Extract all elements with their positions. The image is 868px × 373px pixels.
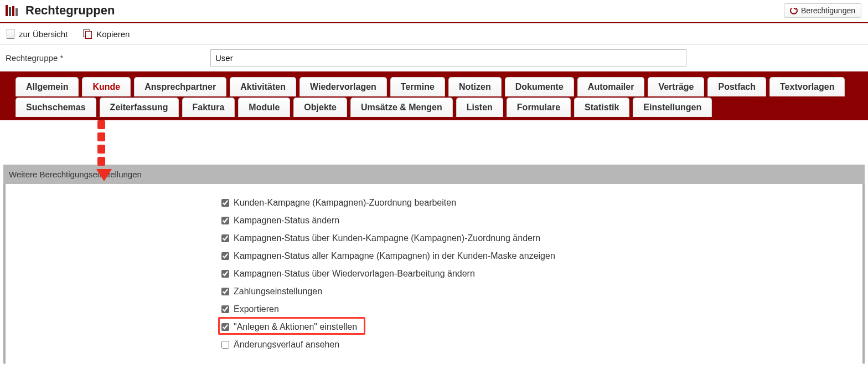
permission-label: Kampagnen-Status aller Kampagne (Kampagn…: [234, 251, 555, 261]
header-left: Rechtegruppen: [6, 3, 115, 18]
permission-item: Exportieren: [221, 300, 857, 318]
to-overview-label: zur Übersicht: [19, 29, 68, 39]
action-toolbar: zur Übersicht Kopieren: [0, 23, 868, 45]
copy-label: Kopieren: [96, 29, 130, 39]
group-label: Rechtegruppe *: [6, 53, 210, 63]
tab-ums-tze-mengen[interactable]: Umsätze & Mengen: [350, 98, 453, 117]
permission-checkbox[interactable]: [221, 217, 229, 224]
permission-item: "Anlegen & Aktionen" einstellen: [221, 318, 857, 336]
permission-checkbox[interactable]: [221, 252, 229, 260]
tab-objekte[interactable]: Objekte: [293, 98, 347, 117]
permission-checkbox[interactable]: [221, 199, 229, 207]
permission-checkbox[interactable]: [221, 234, 229, 242]
permission-label: Änderungsverlauf ansehen: [234, 340, 339, 350]
tab-formulare[interactable]: Formulare: [507, 98, 571, 117]
tab-listen[interactable]: Listen: [456, 98, 503, 117]
group-form-row: Rechtegruppe *: [0, 45, 868, 71]
permission-checkbox[interactable]: [221, 341, 229, 349]
permission-item: Kunden-Kampagne (Kampagnen)-Zuordnung be…: [221, 194, 857, 212]
tab-allgemein[interactable]: Allgemein: [16, 77, 79, 96]
copy-link[interactable]: Kopieren: [83, 29, 130, 39]
permission-checkbox[interactable]: [221, 305, 229, 313]
permission-label: Kampagnen-Status über Wiedervorlagen-Bea…: [234, 269, 475, 279]
permission-item: Zahlungseinstellungen: [221, 283, 857, 300]
tab-notizen[interactable]: Notizen: [448, 77, 502, 96]
permission-label: Kunden-Kampagne (Kampagnen)-Zuordnung be…: [234, 198, 456, 208]
tab-textvorlagen[interactable]: Textvorlagen: [769, 77, 845, 96]
permissions-button[interactable]: Berechtigungen: [784, 3, 861, 18]
page-title: Rechtegruppen: [25, 3, 115, 18]
tab-termine[interactable]: Termine: [390, 77, 445, 96]
to-overview-link[interactable]: zur Übersicht: [7, 29, 68, 39]
permission-label: Kampagnen-Status ändern: [234, 216, 339, 226]
tab-wiedervorlagen[interactable]: Wiedervorlagen: [299, 77, 387, 96]
header-bar: Rechtegruppen Berechtigungen: [0, 0, 868, 23]
tab-row-1: AllgemeinKundeAnsprechpartnerAktivitäten…: [2, 74, 866, 96]
tab-vertr-ge[interactable]: Verträge: [648, 77, 704, 96]
permission-item: Änderungsverlauf ansehen: [221, 336, 857, 354]
permission-item: Kampagnen-Status ändern: [221, 212, 857, 229]
tab-ansprechpartner[interactable]: Ansprechpartner: [134, 77, 226, 96]
tabs-container: AllgemeinKundeAnsprechpartnerAktivitäten…: [0, 71, 868, 120]
permission-item: Kampagnen-Status über Wiedervorlagen-Bea…: [221, 265, 857, 283]
permission-item: Kampagnen-Status über Kunden-Kampagne (K…: [221, 229, 857, 247]
tab-module[interactable]: Module: [238, 98, 290, 117]
permission-label: Kampagnen-Status über Kunden-Kampagne (K…: [234, 233, 540, 243]
permission-label: "Anlegen & Aktionen" einstellen: [234, 322, 357, 332]
tab-statistik[interactable]: Statistik: [574, 98, 629, 117]
tab-row-2: SuchschemasZeiterfassungFakturaModuleObj…: [2, 96, 866, 120]
section-header: Weitere Berechtigungseinstellungen: [3, 165, 865, 184]
permissions-button-label: Berechtigungen: [801, 6, 855, 15]
tab-suchschemas[interactable]: Suchschemas: [16, 98, 96, 117]
gap-area: [0, 120, 868, 165]
tab-dokumente[interactable]: Dokumente: [505, 77, 574, 96]
tab-postfach[interactable]: Postfach: [707, 77, 766, 96]
tab-kunde[interactable]: Kunde: [82, 77, 131, 96]
tab-aktivit-ten[interactable]: Aktivitäten: [230, 77, 296, 96]
permission-item: Kampagnen-Status aller Kampagne (Kampagn…: [221, 247, 857, 265]
permission-checkbox[interactable]: [221, 323, 229, 331]
tab-einstellungen[interactable]: Einstellungen: [633, 98, 712, 117]
tab-automailer[interactable]: Automailer: [577, 77, 645, 96]
copy-icon: [83, 29, 92, 38]
tab-zeiterfassung[interactable]: Zeiterfassung: [100, 98, 179, 117]
permission-label: Exportieren: [234, 304, 279, 314]
app-logo-icon: [6, 5, 18, 16]
document-icon: [7, 29, 14, 39]
group-name-input[interactable]: [210, 49, 686, 67]
permission-checkbox[interactable]: [221, 288, 229, 295]
permission-checkbox[interactable]: [221, 270, 229, 278]
permissions-section: Weitere Berechtigungseinstellungen Kunde…: [3, 165, 865, 364]
permission-label: Zahlungseinstellungen: [234, 287, 322, 297]
refresh-icon: [790, 7, 798, 14]
tab-faktura[interactable]: Faktura: [182, 98, 235, 117]
section-body: Kunden-Kampagne (Kampagnen)-Zuordnung be…: [6, 184, 862, 364]
